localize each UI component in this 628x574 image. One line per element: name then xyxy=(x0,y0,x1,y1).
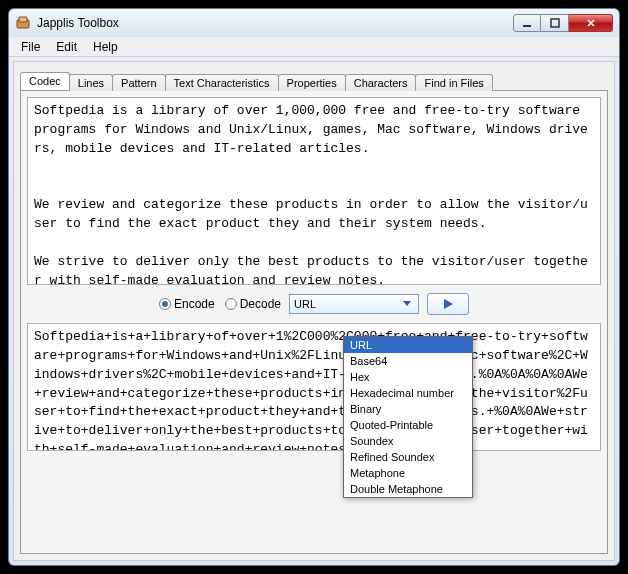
radio-encode-label: Encode xyxy=(174,297,215,311)
tab-text-characteristics[interactable]: Text Characteristics xyxy=(165,74,279,91)
tabs: Codec Lines Pattern Text Characteristics… xyxy=(20,68,608,90)
algorithm-option[interactable]: Refined Soundex xyxy=(344,449,472,465)
algorithm-option[interactable]: Hexadecimal number xyxy=(344,385,472,401)
client-area: Codec Lines Pattern Text Characteristics… xyxy=(13,61,615,561)
algorithm-option[interactable]: Metaphone xyxy=(344,465,472,481)
svg-rect-3 xyxy=(551,19,559,27)
run-button[interactable] xyxy=(427,293,469,315)
maximize-button[interactable] xyxy=(541,14,569,32)
tab-lines[interactable]: Lines xyxy=(69,74,113,91)
app-icon xyxy=(15,15,31,31)
tab-codec[interactable]: Codec xyxy=(20,72,70,90)
close-button[interactable] xyxy=(569,14,613,32)
menu-edit[interactable]: Edit xyxy=(48,38,85,56)
algorithm-option[interactable]: Base64 xyxy=(344,353,472,369)
window-buttons xyxy=(513,14,613,32)
output-textarea[interactable]: Softpedia+is+a+library+of+over+1%2C000%2… xyxy=(27,323,601,451)
radio-decode-dot xyxy=(225,298,237,310)
svg-rect-1 xyxy=(19,17,27,22)
menubar: File Edit Help xyxy=(9,37,619,57)
app-window: Japplis Toolbox File Edit Help Codec Lin… xyxy=(8,8,620,566)
algorithm-dropdown-list: URLBase64HexHexadecimal numberBinaryQuot… xyxy=(343,336,473,498)
svg-marker-6 xyxy=(403,301,411,306)
input-textarea[interactable]: Softpedia is a library of over 1,000,000… xyxy=(27,97,601,285)
tab-find-in-files[interactable]: Find in Files xyxy=(415,74,492,91)
algorithm-combo[interactable]: URL xyxy=(289,294,419,314)
radio-encode-dot xyxy=(159,298,171,310)
codec-panel: Softpedia is a library of over 1,000,000… xyxy=(20,90,608,554)
tab-characters[interactable]: Characters xyxy=(345,74,417,91)
algorithm-option[interactable]: Double Metaphone xyxy=(344,481,472,497)
tab-pattern[interactable]: Pattern xyxy=(112,74,165,91)
minimize-button[interactable] xyxy=(513,14,541,32)
controls-row: Encode Decode URL xyxy=(27,291,601,317)
algorithm-option[interactable]: Soundex xyxy=(344,433,472,449)
radio-encode[interactable]: Encode xyxy=(159,297,215,311)
mode-radio-group: Encode Decode xyxy=(159,297,281,311)
algorithm-option[interactable]: Quoted-Printable xyxy=(344,417,472,433)
algorithm-option[interactable]: Hex xyxy=(344,369,472,385)
menu-file[interactable]: File xyxy=(13,38,48,56)
svg-rect-2 xyxy=(523,25,531,27)
algorithm-option[interactable]: URL xyxy=(344,337,472,353)
chevron-down-icon xyxy=(400,297,414,311)
tab-properties[interactable]: Properties xyxy=(278,74,346,91)
radio-decode[interactable]: Decode xyxy=(225,297,281,311)
titlebar[interactable]: Japplis Toolbox xyxy=(9,9,619,37)
algorithm-option[interactable]: Binary xyxy=(344,401,472,417)
radio-decode-label: Decode xyxy=(240,297,281,311)
window-title: Japplis Toolbox xyxy=(37,16,513,30)
svg-marker-7 xyxy=(444,299,453,309)
algorithm-selected: URL xyxy=(294,298,316,310)
menu-help[interactable]: Help xyxy=(85,38,126,56)
